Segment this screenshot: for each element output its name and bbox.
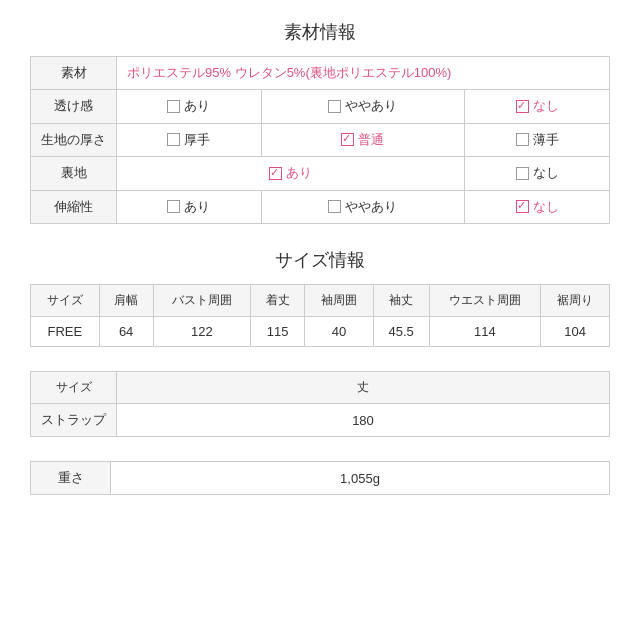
size-bust-val: 122 [153, 317, 250, 347]
col-shoulder: 肩幅 [99, 285, 153, 317]
strap-table: サイズ 丈 ストラップ 180 [30, 371, 610, 437]
material-value: ポリエステル95% ウレタン5%(裏地ポリエステル100%) [117, 57, 610, 90]
size-data-row: FREE 64 122 115 40 45.5 114 104 [31, 317, 610, 347]
option-label: あり [184, 198, 210, 216]
size-hem-val: 104 [541, 317, 610, 347]
material-text: ポリエステル95% ウレタン5%(裏地ポリエステル100%) [127, 65, 451, 80]
col-length: 着丈 [251, 285, 305, 317]
checkbox-empty-icon [516, 133, 529, 146]
thickness-option-1: 厚手 [117, 123, 262, 157]
checkbox-empty-icon [328, 200, 341, 213]
lining-option-1: あり [117, 157, 465, 191]
option-label: ややあり [345, 97, 397, 115]
col-hem: 裾周り [541, 285, 610, 317]
transparency-label: 透け感 [31, 90, 117, 124]
strap-col-size: サイズ [31, 372, 117, 404]
size-free: FREE [31, 317, 100, 347]
weight-label: 重さ [31, 462, 111, 495]
option-label: あり [286, 164, 312, 182]
option-label: 薄手 [533, 131, 559, 149]
option-label: 厚手 [184, 131, 210, 149]
option-label: なし [533, 164, 559, 182]
option-label: あり [184, 97, 210, 115]
col-size: サイズ [31, 285, 100, 317]
col-waist: ウエスト周囲 [429, 285, 541, 317]
stretch-option-1: あり [117, 190, 262, 224]
transparency-option-1: あり [117, 90, 262, 124]
size-shoulder-val: 64 [99, 317, 153, 347]
option-label: ややあり [345, 198, 397, 216]
size-length-val: 115 [251, 317, 305, 347]
size-section-title: サイズ情報 [30, 248, 610, 272]
material-table: 素材 ポリエステル95% ウレタン5%(裏地ポリエステル100%) 透け感 あり… [30, 56, 610, 224]
stretch-option-2: ややあり [261, 190, 465, 224]
strap-col-length: 丈 [117, 372, 610, 404]
strap-length-val: 180 [117, 404, 610, 437]
table-row: 裏地 あり なし [31, 157, 610, 191]
transparency-option-3: なし [465, 90, 610, 124]
size-header-row: サイズ 肩幅 バスト周囲 着丈 袖周囲 袖丈 ウエスト周囲 裾周り [31, 285, 610, 317]
material-label: 素材 [31, 57, 117, 90]
lining-label: 裏地 [31, 157, 117, 191]
col-bust: バスト周囲 [153, 285, 250, 317]
checkbox-checked-icon [516, 100, 529, 113]
checkbox-empty-icon [167, 100, 180, 113]
thickness-label: 生地の厚さ [31, 123, 117, 157]
checkbox-empty-icon [167, 200, 180, 213]
col-sleeve: 袖丈 [373, 285, 429, 317]
thickness-option-2: 普通 [261, 123, 465, 157]
transparency-option-2: ややあり [261, 90, 465, 124]
checkbox-checked-icon [516, 200, 529, 213]
weight-value: 1,055g [111, 462, 610, 495]
table-row: 伸縮性 あり ややあり なし [31, 190, 610, 224]
strap-size-label: ストラップ [31, 404, 117, 437]
table-row: 生地の厚さ 厚手 普通 薄手 [31, 123, 610, 157]
size-sleeve-circ-val: 40 [305, 317, 374, 347]
material-section-title: 素材情報 [30, 20, 610, 44]
col-sleeve-circ: 袖周囲 [305, 285, 374, 317]
checkbox-empty-icon [167, 133, 180, 146]
thickness-option-3: 薄手 [465, 123, 610, 157]
size-sleeve-val: 45.5 [373, 317, 429, 347]
option-label: 普通 [358, 131, 384, 149]
weight-row: 重さ 1,055g [31, 462, 610, 495]
checkbox-checked-icon [341, 133, 354, 146]
lining-option-2: なし [465, 157, 610, 191]
stretch-label: 伸縮性 [31, 190, 117, 224]
option-label: なし [533, 97, 559, 115]
table-row: 素材 ポリエステル95% ウレタン5%(裏地ポリエステル100%) [31, 57, 610, 90]
checkbox-checked-icon [269, 167, 282, 180]
strap-data-row: ストラップ 180 [31, 404, 610, 437]
strap-header-row: サイズ 丈 [31, 372, 610, 404]
table-row: 透け感 あり ややあり なし [31, 90, 610, 124]
checkbox-empty-icon [516, 167, 529, 180]
stretch-option-3: なし [465, 190, 610, 224]
weight-table: 重さ 1,055g [30, 461, 610, 495]
size-waist-val: 114 [429, 317, 541, 347]
size-main-table: サイズ 肩幅 バスト周囲 着丈 袖周囲 袖丈 ウエスト周囲 裾周り FREE 6… [30, 284, 610, 347]
checkbox-empty-icon [328, 100, 341, 113]
option-label: なし [533, 198, 559, 216]
